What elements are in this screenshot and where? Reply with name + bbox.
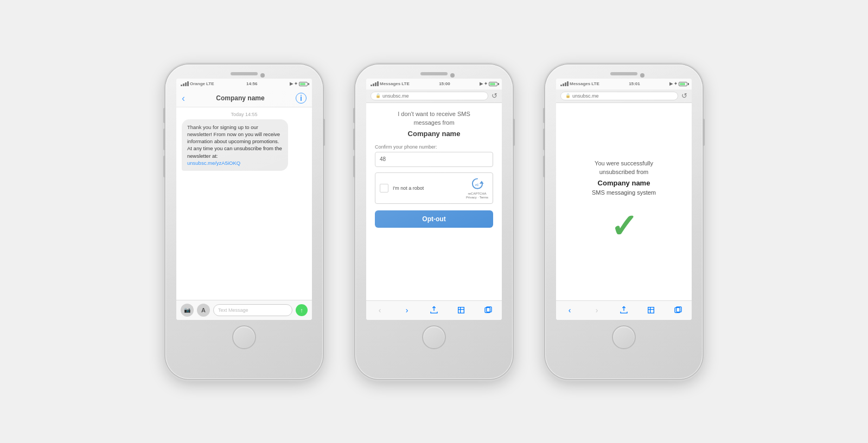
sms-link[interactable]: unsubsc.me/yzA5iOKQ bbox=[187, 160, 240, 166]
phone-3-screen: Messages LTE 15:01 ▶ ✦ 🔒 bbox=[556, 79, 692, 320]
confirm-label: Confirm your phone number: bbox=[375, 144, 493, 150]
forward-nav-3[interactable]: › bbox=[589, 306, 605, 314]
app-icon[interactable]: A bbox=[197, 304, 210, 317]
speaker-2 bbox=[420, 72, 448, 75]
time-3: 15:01 bbox=[629, 81, 640, 86]
bluetooth-icon-1: ✦ bbox=[294, 81, 298, 86]
phones-container: Orange LTE 14:56 ▶ ✦ ‹ Company n bbox=[144, 43, 724, 401]
url-bar-3[interactable]: 🔒 unsubsc.me bbox=[560, 92, 678, 100]
reload-button-3[interactable]: ↺ bbox=[681, 92, 687, 100]
url-text-2: unsubsc.me bbox=[382, 93, 409, 99]
text-message-input[interactable]: Text Message bbox=[213, 304, 292, 316]
network-3: LTE bbox=[591, 81, 599, 86]
home-button-1[interactable] bbox=[232, 325, 256, 349]
opt-out-company: Company name bbox=[375, 130, 493, 138]
svg-marker-0 bbox=[479, 181, 483, 183]
captcha-box: I'm not a robot rC reCAPTCHA Privacy · T… bbox=[375, 172, 493, 204]
bluetooth-icon-3: ✦ bbox=[674, 81, 678, 86]
sms-timestamp: Today 14:55 bbox=[176, 107, 312, 119]
speaker-3 bbox=[610, 72, 637, 75]
back-nav-2[interactable]: ‹ bbox=[372, 306, 388, 314]
recaptcha-privacy: Privacy · Terms bbox=[466, 196, 488, 199]
conversation-title: Company name bbox=[216, 94, 264, 102]
camera-3 bbox=[640, 73, 644, 78]
signal-icon-3: ▶ bbox=[669, 81, 673, 86]
share-nav-3[interactable] bbox=[616, 306, 632, 314]
recaptcha-icon: rC bbox=[470, 177, 484, 191]
status-bar-2: Messages LTE 15:00 ▶ ✦ bbox=[366, 79, 502, 89]
time-1: 14:56 bbox=[246, 81, 257, 86]
phone-1-top bbox=[165, 65, 323, 79]
phone-3-top bbox=[545, 65, 703, 79]
phone-3: Messages LTE 15:01 ▶ ✦ 🔒 bbox=[545, 65, 703, 379]
sms-bubble: Thank you for signing up to our newslett… bbox=[182, 119, 288, 171]
browser-nav-3: ‹ › bbox=[556, 300, 692, 320]
reload-button-2[interactable]: ↺ bbox=[492, 92, 497, 100]
battery-1 bbox=[299, 82, 308, 86]
time-2: 15:00 bbox=[439, 81, 450, 86]
phone-2-top bbox=[355, 65, 513, 79]
browser-nav-2: ‹ › bbox=[366, 300, 502, 320]
success-subtitle: SMS messaging system bbox=[592, 189, 656, 196]
success-checkmark: ✓ bbox=[610, 209, 637, 245]
phone-1: Orange LTE 14:56 ▶ ✦ ‹ Company n bbox=[165, 65, 323, 379]
speaker bbox=[231, 72, 258, 75]
captcha-label: I'm not a robot bbox=[393, 185, 424, 191]
network-2: LTE bbox=[401, 81, 410, 86]
url-text-3: unsubsc.me bbox=[572, 93, 599, 99]
recaptcha-logo: rC reCAPTCHA Privacy · Terms bbox=[466, 177, 488, 199]
back-button[interactable]: ‹ bbox=[182, 93, 185, 103]
home-button-3[interactable] bbox=[612, 325, 636, 349]
success-company: Company name bbox=[598, 179, 650, 187]
back-nav-3[interactable]: ‹ bbox=[561, 306, 578, 314]
tabs-nav-3[interactable] bbox=[670, 306, 686, 314]
camera-2 bbox=[450, 73, 455, 78]
battery-3 bbox=[679, 82, 687, 86]
share-nav-2[interactable] bbox=[426, 306, 442, 314]
phone-input[interactable]: 48 bbox=[375, 152, 493, 167]
signal-bars-3 bbox=[560, 81, 569, 86]
phone-2: Messages LTE 15:00 ▶ ✦ 🔒 bbox=[355, 65, 513, 379]
url-bar-2[interactable]: 🔒 unsubsc.me bbox=[371, 92, 488, 100]
bookmarks-nav-2[interactable] bbox=[453, 306, 469, 314]
browser-bar-3: 🔒 unsubsc.me ↺ bbox=[556, 89, 692, 103]
carrier-2: Messages bbox=[380, 81, 400, 86]
signal-icon-2: ▶ bbox=[480, 81, 483, 86]
message-bubble-area: Thank you for signing up to our newslett… bbox=[176, 119, 312, 171]
captcha-checkbox[interactable] bbox=[380, 184, 388, 192]
network-1: LTE bbox=[206, 81, 214, 86]
forward-nav-2[interactable]: › bbox=[399, 306, 415, 314]
send-button[interactable]: ↑ bbox=[296, 304, 308, 316]
carrier-1: Orange bbox=[190, 81, 205, 86]
signal-bars-2 bbox=[371, 81, 379, 86]
bookmarks-nav-3[interactable] bbox=[643, 306, 659, 314]
status-bar-1: Orange LTE 14:56 ▶ ✦ bbox=[176, 79, 312, 89]
input-placeholder: Text Message bbox=[218, 307, 248, 313]
camera-icon[interactable]: 📷 bbox=[181, 304, 194, 317]
opt-out-button[interactable]: Opt-out bbox=[375, 210, 493, 228]
sms-input-area: 📷 A Text Message ↑ bbox=[176, 300, 312, 320]
phone-2-screen: Messages LTE 15:00 ▶ ✦ 🔒 bbox=[366, 79, 502, 320]
carrier-3: Messages bbox=[570, 81, 590, 86]
sms-text: Thank you for signing up to our newslett… bbox=[187, 124, 282, 159]
signal-icon-1: ▶ bbox=[290, 81, 293, 86]
tabs-nav-2[interactable] bbox=[480, 306, 496, 314]
battery-2 bbox=[489, 82, 497, 86]
opt-out-title: I don't want to receive SMS messages fro… bbox=[375, 110, 493, 127]
browser-bar-2: 🔒 unsubsc.me ↺ bbox=[366, 89, 502, 103]
success-title-line1: You were successfully unsubscribed from bbox=[595, 159, 653, 177]
signal-bars bbox=[181, 81, 189, 86]
svg-text:rC: rC bbox=[475, 183, 479, 186]
lock-icon-3: 🔒 bbox=[565, 93, 571, 98]
info-button[interactable]: i bbox=[296, 93, 307, 104]
sms-header: ‹ Company name i bbox=[176, 89, 312, 107]
bluetooth-icon-2: ✦ bbox=[484, 81, 488, 86]
phone-1-screen: Orange LTE 14:56 ▶ ✦ ‹ Company n bbox=[176, 79, 312, 320]
status-bar-3: Messages LTE 15:01 ▶ ✦ bbox=[556, 79, 692, 89]
recaptcha-label: reCAPTCHA bbox=[468, 192, 487, 195]
camera bbox=[260, 73, 265, 78]
lock-icon-2: 🔒 bbox=[375, 93, 381, 98]
home-button-2[interactable] bbox=[422, 325, 446, 349]
